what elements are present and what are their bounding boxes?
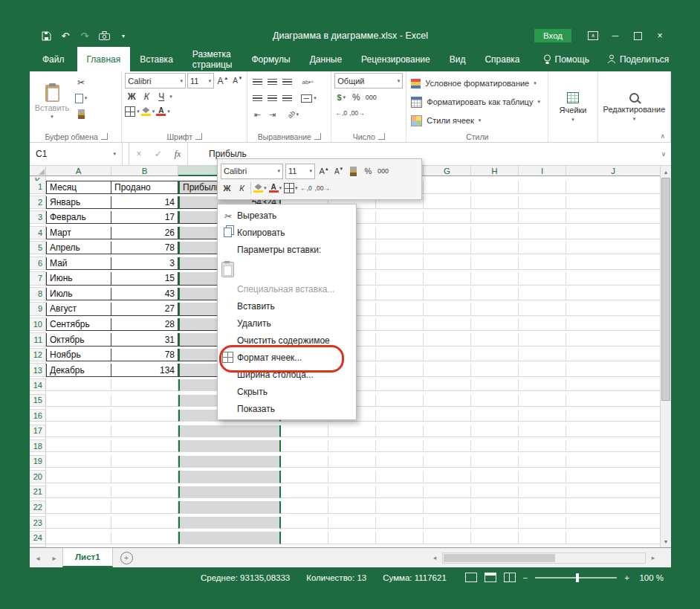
- cell-B20[interactable]: [111, 471, 178, 483]
- cell-D17[interactable]: [281, 425, 328, 437]
- column-header-G[interactable]: G: [424, 166, 471, 176]
- zoom-slider-thumb[interactable]: [576, 573, 579, 582]
- ribbon-tab-formulas[interactable]: Формулы: [242, 47, 299, 71]
- zoom-out-button[interactable]: −: [523, 573, 528, 582]
- cell-A13[interactable]: Декабрь: [46, 364, 111, 376]
- cell-G7[interactable]: [424, 272, 471, 285]
- cell-F21[interactable]: [376, 486, 424, 498]
- cell-I24[interactable]: [519, 532, 566, 544]
- row-header-12[interactable]: 12: [30, 349, 46, 361]
- cell-A2[interactable]: Январь: [46, 196, 111, 209]
- cell-B16[interactable]: [111, 410, 178, 422]
- enter-button[interactable]: ✓: [149, 143, 168, 165]
- cell-F16[interactable]: [376, 410, 424, 422]
- cell-H5[interactable]: [471, 242, 519, 254]
- cell-A7[interactable]: Июнь: [46, 272, 111, 285]
- sheet-nav-right-button[interactable]: ▸: [46, 548, 62, 567]
- row-header-15[interactable]: 15: [30, 395, 46, 407]
- cell-H1[interactable]: [471, 181, 519, 194]
- ribbon-tab-insert[interactable]: Вставка: [130, 47, 183, 71]
- cell-F10[interactable]: [376, 318, 424, 331]
- context-menu-item-format-cells[interactable]: Формат ячеек...: [218, 349, 356, 366]
- cell-D18[interactable]: [281, 440, 328, 452]
- row-header-24[interactable]: 24: [30, 532, 46, 544]
- column-header-J[interactable]: J: [566, 166, 661, 176]
- align-top-button[interactable]: [250, 75, 264, 88]
- cell-F9[interactable]: [376, 303, 424, 315]
- row-header-5[interactable]: 5: [30, 242, 46, 254]
- scroll-right-button[interactable]: ▸: [647, 554, 659, 561]
- row-header-18[interactable]: 18: [30, 440, 46, 452]
- decrease-decimal-button[interactable]: ,00→: [349, 106, 364, 120]
- cell-H20[interactable]: [471, 471, 519, 483]
- row-header-22[interactable]: 22: [30, 501, 46, 513]
- mini-increase-decimal-button[interactable]: ←,0: [300, 181, 313, 195]
- cell-A6[interactable]: Май: [46, 257, 111, 270]
- cell-I4[interactable]: [519, 227, 566, 239]
- cell-H21[interactable]: [471, 486, 519, 498]
- align-middle-button[interactable]: [265, 75, 279, 88]
- alignment-dialog-launcher[interactable]: [314, 133, 321, 140]
- cell-B4[interactable]: 26: [111, 227, 178, 239]
- cell-G4[interactable]: [424, 227, 471, 239]
- accounting-format-button[interactable]: $▾: [334, 91, 348, 104]
- cell-H7[interactable]: [471, 272, 519, 285]
- cell-E22[interactable]: [328, 501, 376, 513]
- column-header-A[interactable]: A: [46, 166, 111, 176]
- align-left-button[interactable]: [250, 91, 264, 105]
- vertical-scrollbar[interactable]: ▴ ▾: [660, 166, 671, 547]
- cell-G1[interactable]: [424, 181, 471, 194]
- cell-I15[interactable]: [519, 395, 566, 407]
- cell-G2[interactable]: [424, 196, 471, 209]
- cell-styles-button[interactable]: Стили ячеек ▾: [409, 112, 545, 129]
- scroll-up-button[interactable]: ▴: [661, 166, 671, 178]
- number-format-select[interactable]: Общий▾: [334, 73, 403, 88]
- paste-button[interactable]: Вставить ▾: [34, 73, 70, 131]
- cell-G6[interactable]: [424, 257, 471, 270]
- insert-function-button[interactable]: fx: [168, 143, 188, 165]
- editing-button[interactable]: Редактирование ▾: [601, 73, 667, 142]
- cell-F5[interactable]: [376, 242, 424, 254]
- cell-C22[interactable]: [178, 501, 281, 513]
- cell-I9[interactable]: [519, 303, 566, 315]
- cell-J17[interactable]: [566, 425, 661, 437]
- cell-I16[interactable]: [519, 410, 566, 422]
- cell-B14[interactable]: [111, 379, 178, 391]
- cell-H23[interactable]: [471, 517, 519, 529]
- cell-F3[interactable]: [376, 211, 424, 224]
- row-header-16[interactable]: 16: [30, 410, 46, 422]
- cell-E20[interactable]: [328, 471, 376, 483]
- cell-H11[interactable]: [471, 333, 519, 346]
- cell-H3[interactable]: [471, 211, 519, 224]
- cell-B9[interactable]: 27: [111, 303, 178, 315]
- cell-E18[interactable]: [328, 440, 376, 452]
- ribbon-tab-view[interactable]: Вид: [440, 47, 476, 71]
- cell-H15[interactable]: [471, 395, 519, 407]
- cell-H18[interactable]: [471, 440, 519, 452]
- context-menu-item-column-width[interactable]: Ширина столбца...: [218, 366, 356, 383]
- cell-A14[interactable]: [46, 379, 111, 391]
- cell-I8[interactable]: [519, 288, 566, 300]
- column-header-I[interactable]: I: [519, 166, 566, 176]
- row-header-17[interactable]: 17: [30, 425, 46, 437]
- copy-button[interactable]: ▾: [74, 91, 88, 105]
- context-menu-item-unhide[interactable]: Показать: [218, 400, 356, 417]
- cell-J24[interactable]: [566, 532, 661, 544]
- cell-J4[interactable]: [566, 227, 661, 239]
- cell-E19[interactable]: [328, 456, 376, 468]
- font-color-button[interactable]: А▾: [156, 105, 170, 118]
- cell-I11[interactable]: [519, 333, 566, 346]
- cell-I17[interactable]: [519, 425, 566, 437]
- cell-A24[interactable]: [46, 532, 111, 544]
- horizontal-scroll-track[interactable]: [442, 552, 646, 564]
- fill-color-button[interactable]: ▾: [141, 105, 155, 118]
- cell-B11[interactable]: 31: [111, 333, 178, 346]
- cell-J20[interactable]: [566, 471, 661, 483]
- cell-H9[interactable]: [471, 303, 519, 315]
- cell-D21[interactable]: [281, 486, 328, 498]
- close-button[interactable]: ×: [649, 25, 671, 47]
- decrease-indent-button[interactable]: ⇤: [250, 108, 264, 121]
- cell-I23[interactable]: [519, 517, 566, 529]
- cell-H6[interactable]: [471, 257, 519, 270]
- mini-decrease-decimal-button[interactable]: ,00→: [315, 181, 330, 195]
